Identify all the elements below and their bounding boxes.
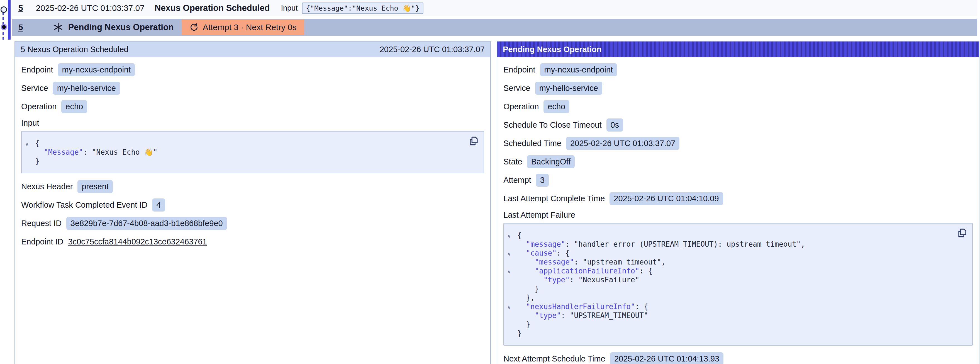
field-label: Workflow Task Completed Event ID	[21, 200, 147, 209]
field-value-badge: my-hello-service	[535, 81, 602, 95]
field-label: Endpoint ID	[21, 237, 64, 246]
timeline-selection-bar	[8, 0, 11, 40]
event-input-preview-badge: {"Message":"Nexus Echo 👋"}	[302, 3, 423, 14]
event-detail-body: Endpoint my-nexus-endpoint Service my-he…	[15, 57, 490, 262]
json-line: "Message": "Nexus Echo 👋"	[22, 148, 461, 156]
field-value-badge: 2025-02-26 UTC 01:04:13.93	[610, 352, 724, 364]
copy-button[interactable]	[467, 136, 479, 148]
field-value-badge: my-nexus-endpoint	[540, 63, 617, 77]
collapse-chevron-icon[interactable]: ∨	[507, 249, 511, 259]
copy-icon	[956, 228, 967, 239]
event-id-link[interactable]: 5	[18, 3, 23, 13]
field-last-attempt-complete-time: Last Attempt Complete Time 2025-02-26 UT…	[503, 192, 973, 205]
endpoint-id-link[interactable]: 3c0c75ccfa8144b092c13ce632463761	[68, 237, 207, 246]
event-detail-timestamp: 2025-02-26 UTC 01:03:37.07	[380, 45, 485, 54]
field-value-badge: 2025-02-26 UTC 01:04:10.09	[609, 192, 723, 205]
field-next-attempt-schedule-time: Next Attempt Schedule Time 2025-02-26 UT…	[503, 352, 973, 364]
attempt-retry-text: Attempt 3 · Next Retry 0s	[203, 22, 297, 32]
pending-row-id-link[interactable]: 5	[18, 22, 23, 32]
json-line: }	[22, 156, 461, 166]
event-name: Nexus Operation Scheduled	[154, 3, 270, 13]
field-value-badge: my-nexus-endpoint	[58, 63, 135, 77]
field-label: Endpoint	[503, 65, 535, 74]
field-endpoint-id: Endpoint ID 3c0c75ccfa8144b092c13ce63246…	[21, 235, 484, 248]
pending-asterisk-icon	[52, 22, 64, 33]
pending-operation-body: Endpoint my-nexus-endpoint Service my-he…	[497, 57, 979, 364]
json-line: ∨ "cause": {	[504, 249, 950, 257]
field-value-badge: echo	[544, 100, 570, 113]
json-line: },	[504, 293, 950, 302]
last-attempt-failure-label: Last Attempt Failure	[503, 211, 973, 220]
pending-operation-header-title: Pending Nexus Operation	[503, 45, 602, 54]
failure-json-block: ∨ { "message": "handler error (UPSTREAM_…	[503, 223, 973, 346]
field-label: Last Attempt Complete Time	[503, 194, 605, 203]
json-line: "type": "UPSTREAM_TIMEOUT"	[504, 311, 950, 320]
field-state: State BackingOff	[503, 155, 973, 168]
field-value-badge: my-hello-service	[53, 81, 120, 95]
input-section-label: Input	[21, 118, 484, 128]
json-line: }	[504, 320, 950, 329]
field-label: Service	[21, 84, 48, 93]
field-request-id: Request ID 3e829b7e-7d67-4b08-aad3-b1e86…	[21, 217, 484, 230]
field-service: Service my-hello-service	[503, 81, 973, 95]
json-line: "message": "handler error (UPSTREAM_TIME…	[504, 240, 950, 249]
event-timeline-rail	[0, 0, 12, 40]
field-scheduled-time: Scheduled Time 2025-02-26 UTC 01:03:37.0…	[503, 137, 973, 150]
input-json-block: ∨ { "Message": "Nexus Echo 👋" }	[21, 131, 484, 173]
event-row-scheduled[interactable]: 5 2025-02-26 UTC 01:03:37.07 Nexus Opera…	[12, 0, 977, 16]
field-label: Operation	[21, 102, 57, 111]
field-endpoint: Endpoint my-nexus-endpoint	[503, 63, 973, 77]
field-label: Scheduled Time	[503, 139, 561, 148]
timeline-filled-dot-icon	[1, 24, 7, 30]
json-line: ∨ {	[504, 231, 950, 240]
field-value-badge: 4	[152, 198, 165, 212]
collapse-chevron-icon[interactable]: ∨	[507, 267, 511, 276]
json-line: }	[504, 329, 950, 338]
event-detail-header: 5 Nexus Operation Scheduled 2025-02-26 U…	[15, 42, 490, 57]
copy-button[interactable]	[956, 227, 968, 240]
field-schedule-to-close-timeout: Schedule To Close Timeout 0s	[503, 118, 973, 132]
json-line: ∨ "applicationFailureInfo": {	[504, 267, 950, 275]
collapse-chevron-icon[interactable]: ∨	[25, 140, 29, 148]
field-label: Request ID	[21, 219, 62, 228]
field-operation: Operation echo	[503, 100, 973, 113]
field-value-badge: echo	[61, 100, 87, 113]
field-label: Next Attempt Schedule Time	[503, 354, 605, 364]
copy-icon	[468, 136, 479, 147]
pending-operation-row[interactable]: 5 Pending Nexus Operation Attempt 3 · Ne…	[12, 19, 977, 36]
field-nexus-header: Nexus Header present	[21, 180, 484, 193]
field-label: Service	[503, 84, 530, 93]
event-timestamp: 2025-02-26 UTC 01:03:37.07	[36, 3, 145, 13]
event-detail-panel: 5 Nexus Operation Scheduled 2025-02-26 U…	[14, 41, 491, 364]
field-endpoint: Endpoint my-nexus-endpoint	[21, 63, 484, 77]
field-value-badge: 3	[536, 174, 549, 187]
field-attempt: Attempt 3	[503, 174, 973, 187]
event-history-screen: 5 2025-02-26 UTC 01:03:37.07 Nexus Opera…	[0, 0, 980, 364]
json-line: "type": "NexusFailure"	[504, 275, 950, 284]
field-label: Schedule To Close Timeout	[503, 120, 602, 129]
retry-icon	[189, 23, 198, 32]
pending-operation-header: Pending Nexus Operation	[497, 42, 979, 57]
field-label: Nexus Header	[21, 182, 73, 191]
pending-operation-panel: Pending Nexus Operation Endpoint my-nexu…	[497, 41, 980, 364]
collapse-chevron-icon[interactable]: ∨	[507, 303, 511, 312]
json-line: "message": "upstream timeout",	[504, 257, 950, 267]
field-value-badge: 3e829b7e-7d67-4b08-aad3-b1e868bfe9e0	[66, 217, 227, 230]
field-label: Operation	[503, 102, 539, 111]
field-label: Endpoint	[21, 65, 53, 74]
field-value-badge: 0s	[606, 118, 624, 132]
event-input-label: Input	[281, 4, 298, 13]
event-detail-title: 5 Nexus Operation Scheduled	[21, 45, 129, 54]
field-workflow-task-completed-event-id: Workflow Task Completed Event ID 4	[21, 198, 484, 212]
timeline-open-dot-icon	[0, 6, 7, 13]
json-line: }	[504, 284, 950, 293]
json-line: ∨ "nexusHandlerFailureInfo": {	[504, 302, 950, 311]
field-value-badge: present	[78, 180, 113, 193]
field-value-badge: BackingOff	[527, 155, 575, 168]
field-value-badge: 2025-02-26 UTC 01:03:37.07	[566, 137, 679, 150]
field-operation: Operation echo	[21, 100, 484, 113]
collapse-chevron-icon[interactable]: ∨	[507, 231, 511, 241]
field-label: Attempt	[503, 176, 531, 185]
json-line: ∨ {	[22, 139, 461, 148]
field-service: Service my-hello-service	[21, 81, 484, 95]
